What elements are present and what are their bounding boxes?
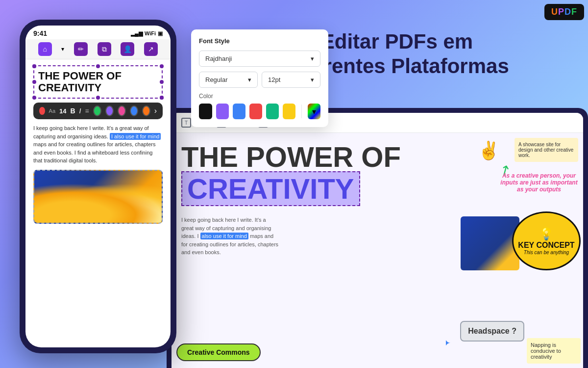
tablet-screen: T Text 🖼 Image 🔗 Link THE POWER OF: [172, 113, 583, 368]
tablet-pdf-area: THE POWER OF CREATIVITY I keep going bac…: [172, 133, 446, 366]
phone-toolbar[interactable]: ⌂ ▾ ✏ ⧉ 👤 ↗: [25, 39, 171, 59]
font-size-select[interactable]: 12pt ▾: [262, 72, 320, 88]
tablet-pdf-title1: THE POWER OF: [181, 143, 436, 171]
more-button[interactable]: ›: [154, 106, 157, 115]
tablet-sunflower-image: [461, 216, 519, 270]
italic-button[interactable]: I: [79, 107, 81, 115]
dropdown-arrow-icon: ▾: [311, 55, 314, 62]
tablet-content: THE POWER OF CREATIVITY I keep going bac…: [172, 133, 583, 366]
highlighted-text: I also use it for mind: [110, 133, 161, 140]
color-swatch-pink[interactable]: [118, 105, 126, 116]
logo-f: F: [571, 7, 577, 17]
color-swatch-red[interactable]: [249, 104, 262, 119]
format-toolbar[interactable]: Aa 14 B I ≡ ›: [33, 103, 163, 119]
phone-sunflower-image: [33, 170, 163, 224]
cursor-icon[interactable]: ↗: [144, 42, 158, 56]
star-icon: ✦: [446, 335, 451, 351]
key-concept-title: KEY CONCEPT: [518, 241, 574, 250]
phone-status-icons: ▂▄▆ WiFi ▣: [131, 30, 163, 37]
updf-logo: UPDF: [544, 4, 584, 20]
selection-dot-bm: [96, 96, 100, 100]
selection-dot-bl: [32, 96, 36, 100]
phone-body: 9:41 ▂▄▆ WiFi ▣ ⌂ ▾ ✏ ⧉ 👤 ↗ THE POWER OF: [20, 20, 176, 353]
selection-dot-mr: [160, 80, 164, 84]
napping-note: Napping is conducive to creativity: [527, 338, 581, 364]
bold-button[interactable]: B: [70, 107, 75, 115]
signal-icon: ▂▄▆: [131, 30, 143, 37]
people-icon[interactable]: 👤: [121, 42, 134, 56]
color-swatch-yellow[interactable]: [283, 104, 295, 119]
color-swatch-purple[interactable]: [216, 104, 229, 119]
logo-u: U: [551, 7, 558, 17]
key-concept-sub: This can be anything: [524, 250, 569, 255]
color-section-label: Color: [199, 93, 320, 100]
selection-dot-br: [160, 96, 164, 100]
peace-emoji: ✌️: [478, 140, 500, 161]
color-picker-button[interactable]: ▾: [308, 104, 320, 119]
font-family-select[interactable]: Rajdhanji ▾: [199, 51, 320, 67]
text-icon: T: [181, 118, 191, 128]
copy-icon[interactable]: ⧉: [98, 42, 111, 56]
phone-pdf-title: THE POWER OF CREATIVITY: [33, 65, 163, 99]
phone-mockup: 9:41 ▂▄▆ WiFi ▣ ⌂ ▾ ✏ ⧉ 👤 ↗ THE POWER OF: [20, 20, 176, 353]
font-size-display: 14: [59, 107, 66, 115]
color-swatches-row: ▾: [199, 104, 320, 119]
style-dropdown-arrow: ▾: [248, 76, 251, 83]
tablet-mockup: T Text 🖼 Image 🔗 Link THE POWER OF: [167, 108, 588, 368]
color-swatch-purple[interactable]: [105, 105, 114, 116]
color-swatch-black[interactable]: [199, 104, 212, 119]
color-swatch-blue[interactable]: [130, 105, 138, 116]
selection-dot-tl: [32, 64, 36, 68]
tablet-pdf-title2: CREATIVITY: [181, 171, 360, 206]
creative-quote: As a creative person, your inputs are ju…: [500, 172, 578, 193]
dropdown-arrow-icon: ▾: [61, 46, 64, 53]
align-button[interactable]: ≡: [85, 107, 89, 115]
selection-dot-tm: [96, 64, 100, 68]
picker-chevron-icon: ▾: [312, 107, 316, 116]
logo-p: P: [558, 7, 564, 17]
tablet-highlight: also use it for mind: [200, 233, 248, 239]
tablet-body: T Text 🖼 Image 🔗 Link THE POWER OF: [167, 108, 588, 368]
battery-icon: ▣: [158, 30, 163, 37]
color-picker-dot[interactable]: [39, 107, 45, 115]
edit-icon[interactable]: ✏: [74, 42, 88, 56]
font-style-select[interactable]: Regular ▾: [199, 72, 258, 88]
creative-commons-button[interactable]: Creative Commons: [176, 343, 261, 361]
size-dropdown-arrow: ▾: [311, 76, 314, 83]
phone-time: 9:41: [33, 29, 47, 37]
phone-pdf-content: THE POWER OF CREATIVITY Aa 14 B: [25, 59, 171, 230]
color-swatch-green[interactable]: [93, 105, 101, 116]
right-decorations-panel: ✌️ A showcase site for design and other …: [446, 133, 583, 366]
font-panel-title: Font Style: [199, 37, 320, 45]
headspace-label: Headspace: [460, 321, 524, 342]
color-swatch-green[interactable]: [266, 104, 279, 119]
font-style-panel[interactable]: Font Style Rajdhanji ▾ Regular ▾ 12pt ▾ …: [191, 29, 328, 127]
bulb-emoji: 💡: [539, 227, 554, 241]
phone-status-bar: 9:41 ▂▄▆ WiFi ▣: [25, 26, 171, 39]
selection-dot-ml: [32, 80, 36, 84]
font-label: Aa: [49, 108, 55, 114]
tablet-creativity-selection: CREATIVITY: [181, 171, 360, 211]
color-divider: [301, 105, 302, 118]
key-concept-bubble: 💡 KEY CONCEPT This can be anything: [512, 211, 581, 270]
font-style-row: Regular ▾ 12pt ▾: [199, 72, 320, 88]
tablet-body-text: I keep going back here I write. It's a g…: [181, 216, 279, 257]
home-icon[interactable]: ⌂: [38, 42, 52, 56]
sunflower-decoration: [34, 184, 162, 223]
wifi-icon: WiFi: [145, 30, 156, 36]
phone-body-text: I keep going back here I write. It's a g…: [33, 124, 163, 165]
color-swatch-orange[interactable]: [142, 105, 150, 116]
selection-dot-tr: [160, 64, 164, 68]
color-swatch-blue[interactable]: [233, 104, 245, 119]
phone-screen: 9:41 ▂▄▆ WiFi ▣ ⌂ ▾ ✏ ⧉ 👤 ↗ THE POWER OF: [25, 26, 171, 347]
logo-d: D: [564, 7, 571, 17]
showcase-note: A showcase site for design and other cre…: [514, 138, 578, 162]
